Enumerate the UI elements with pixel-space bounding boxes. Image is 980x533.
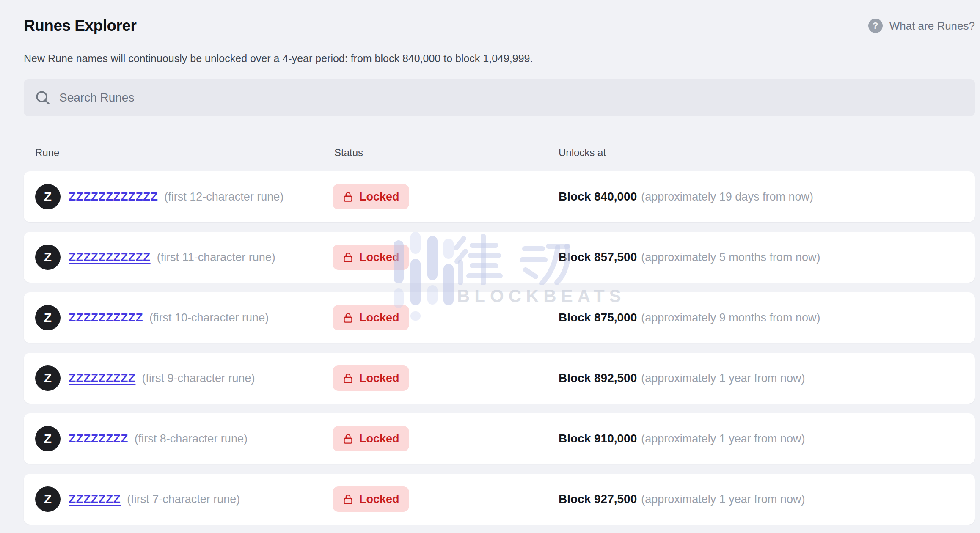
lock-icon [342,494,354,505]
rune-cell: Z ZZZZZZZ (first 7-character rune) [35,486,333,512]
rune-name-link[interactable]: ZZZZZZZZ [69,432,128,445]
unlock-block: Block 892,500 [559,371,637,385]
rune-avatar: Z [35,184,61,209]
rune-name-link[interactable]: ZZZZZZZZZ [69,371,135,385]
table-header: Rune Status Unlocks at [24,147,975,159]
rune-name-link[interactable]: ZZZZZZZZZZZ [69,250,151,264]
status-cell: Locked [333,486,559,512]
unlocks-cell: Block 875,000(approximately 9 months fro… [559,311,975,324]
status-badge: Locked [333,486,409,512]
rune-descriptor: (first 12-character rune) [164,190,284,203]
status-badge: Locked [333,365,409,391]
unlock-block: Block 927,500 [559,492,637,506]
lock-icon [342,373,354,384]
rune-descriptor: (first 10-character rune) [149,311,269,324]
rune-name-link[interactable]: ZZZZZZZZZZZZ [69,190,158,203]
rune-cell: Z ZZZZZZZZ (first 8-character rune) [35,426,333,451]
search-bar [24,79,975,116]
status-cell: Locked [333,365,559,391]
status-badge: Locked [333,305,409,330]
rune-descriptor: (first 11-character rune) [157,251,275,264]
status-cell: Locked [333,245,559,270]
status-badge-label: Locked [359,190,399,203]
rune-cell: Z ZZZZZZZZZZZZ (first 12-character rune) [35,184,333,209]
rune-avatar: Z [35,305,61,330]
column-header-rune: Rune [35,147,334,159]
lock-icon [342,312,354,324]
rune-list: Z ZZZZZZZZZZZZ (first 12-character rune)… [24,171,975,525]
rune-name-link[interactable]: ZZZZZZZ [69,492,121,506]
runes-explorer-page: Runes Explorer ? What are Runes? New Run… [0,17,980,525]
rune-name-link[interactable]: ZZZZZZZZZZ [69,311,143,324]
rune-descriptor: (first 7-character rune) [127,493,240,506]
unlock-eta: (approximately 9 months from now) [641,311,820,324]
table-row: Z ZZZZZZZ (first 7-character rune) Locke… [24,474,975,525]
status-badge-label: Locked [359,372,399,385]
unlocks-cell: Block 892,500(approximately 1 year from … [559,371,975,385]
rune-cell: Z ZZZZZZZZZ (first 9-character rune) [35,365,333,391]
unlocks-cell: Block 910,000(approximately 1 year from … [559,432,975,445]
unlock-eta: (approximately 5 months from now) [641,251,820,264]
intro-text: New Rune names will continuously be unlo… [24,52,975,65]
what-are-runes-button[interactable]: ? What are Runes? [868,19,975,33]
unlock-eta: (approximately 19 days from now) [641,190,813,203]
page-title: Runes Explorer [24,17,136,35]
unlock-eta: (approximately 1 year from now) [641,493,805,506]
unlock-eta: (approximately 1 year from now) [641,432,805,445]
status-cell: Locked [333,426,559,451]
search-input[interactable] [59,91,964,104]
rune-descriptor: (first 9-character rune) [142,372,255,385]
rune-avatar: Z [35,365,61,391]
status-badge: Locked [333,245,409,270]
status-badge-label: Locked [359,311,399,324]
rune-descriptor: (first 8-character rune) [135,432,248,445]
status-badge: Locked [333,184,409,209]
table-row: Z ZZZZZZZZZZ (first 10-character rune) L… [24,292,975,343]
unlocks-cell: Block 857,500(approximately 5 months fro… [559,250,975,264]
status-cell: Locked [333,184,559,209]
rune-cell: Z ZZZZZZZZZZ (first 10-character rune) [35,305,333,330]
column-header-unlocks: Unlocks at [559,147,975,159]
table-row: Z ZZZZZZZZZ (first 9-character rune) Loc… [24,353,975,404]
table-row: Z ZZZZZZZZZZZ (first 11-character rune) … [24,232,975,283]
unlock-block: Block 840,000 [559,190,637,203]
rune-avatar: Z [35,486,61,512]
rune-avatar: Z [35,245,61,270]
page-header: Runes Explorer ? What are Runes? [24,17,975,35]
unlocks-cell: Block 840,000(approximately 19 days from… [559,190,975,203]
unlock-block: Block 875,000 [559,311,637,324]
status-badge: Locked [333,426,409,451]
help-label: What are Runes? [889,19,975,33]
unlock-eta: (approximately 1 year from now) [641,372,805,385]
column-header-status: Status [334,147,559,159]
status-badge-label: Locked [359,432,399,445]
search-icon [35,90,51,106]
rune-cell: Z ZZZZZZZZZZZ (first 11-character rune) [35,245,333,270]
lock-icon [342,191,354,203]
status-cell: Locked [333,305,559,330]
rune-avatar: Z [35,426,61,451]
status-badge-label: Locked [359,251,399,264]
lock-icon [342,433,354,445]
status-badge-label: Locked [359,493,399,506]
unlock-block: Block 857,500 [559,250,637,264]
unlock-block: Block 910,000 [559,432,637,445]
table-row: Z ZZZZZZZZZZZZ (first 12-character rune)… [24,171,975,222]
unlocks-cell: Block 927,500(approximately 1 year from … [559,492,975,506]
question-mark-icon: ? [868,19,883,33]
table-row: Z ZZZZZZZZ (first 8-character rune) Lock… [24,413,975,464]
lock-icon [342,252,354,263]
